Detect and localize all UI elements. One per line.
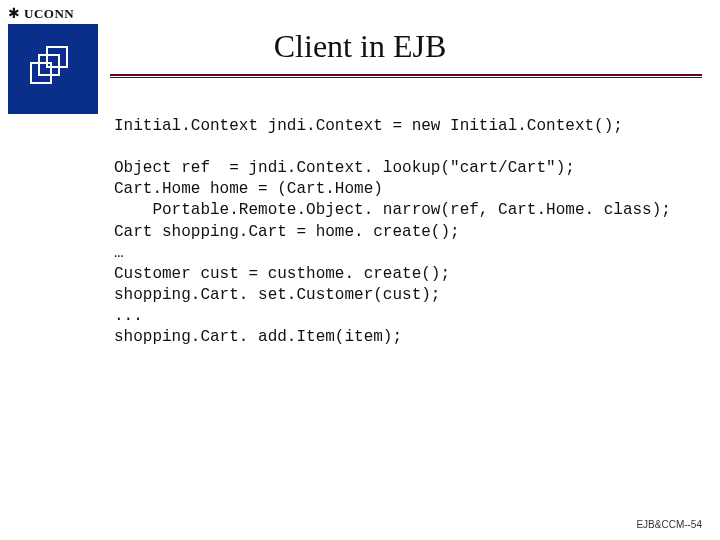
title-rule-thin [110,77,702,78]
code-line: Portable.Remote.Object. narrow(ref, Cart… [114,201,671,219]
code-line: Cart shopping.Cart = home. create(); [114,223,460,241]
code-line: Cart.Home home = (Cart.Home) [114,180,383,198]
uconn-text: UCONN [24,6,74,22]
code-line: Object ref = jndi.Context. lookup("cart/… [114,159,575,177]
title-rule-thick [110,74,702,76]
uconn-seal-icon: ✱ [8,7,20,21]
code-line: ... [114,307,143,325]
code-line: … [114,244,124,262]
slide-title: Client in EJB [0,28,720,65]
code-line: Initial.Context jndi.Context = new Initi… [114,117,623,135]
code-line: Customer cust = custhome. create(); [114,265,450,283]
code-line: shopping.Cart. set.Customer(cust); [114,286,440,304]
slide: ✱ UCONN Client in EJB Initial.Context jn… [0,0,720,540]
code-block: Initial.Context jndi.Context = new Initi… [114,116,696,348]
code-line: shopping.Cart. add.Item(item); [114,328,402,346]
slide-footer: EJB&CCM--54 [636,519,702,530]
uconn-wordmark: ✱ UCONN [8,6,108,22]
